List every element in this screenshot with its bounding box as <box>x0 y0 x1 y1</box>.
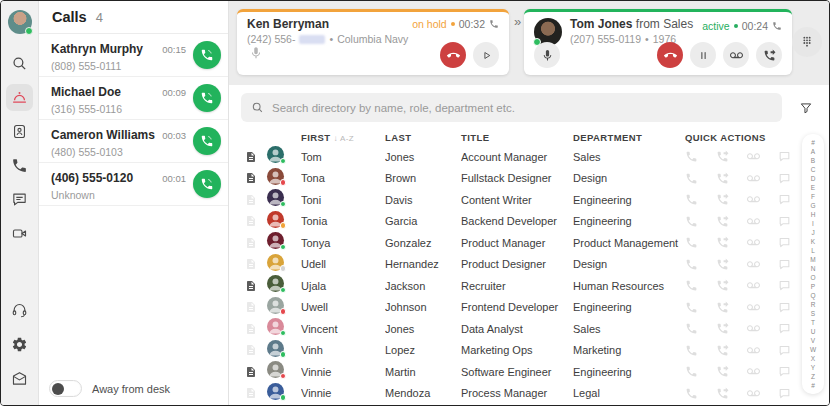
alpha-letter[interactable]: M <box>802 255 824 264</box>
mic-icon[interactable] <box>249 46 263 64</box>
transfer-action-icon[interactable] <box>716 172 729 185</box>
call-action-icon[interactable] <box>685 344 698 357</box>
phone-icon[interactable] <box>6 152 33 179</box>
voicemail-button[interactable] <box>723 42 749 68</box>
note-icon[interactable] <box>241 301 267 313</box>
chat-action-icon[interactable] <box>778 236 791 249</box>
transfer-action-icon[interactable] <box>716 236 729 249</box>
call-action-icon[interactable] <box>685 150 698 163</box>
table-row[interactable]: Vinnie Martin Software Engineer Engineer… <box>241 361 777 383</box>
incoming-call-row[interactable]: Cameron Williams (480) 555-0103 00:03 <box>39 120 228 163</box>
call-action-icon[interactable] <box>685 279 698 292</box>
voicemail-action-icon[interactable] <box>747 322 760 335</box>
call-card-active[interactable]: Tom Jones from Sales (207) 555-0119 • 19… <box>524 9 792 75</box>
incoming-call-row[interactable]: Michael Doe (316) 555-0116 00:09 <box>39 77 228 120</box>
alpha-letter[interactable]: F <box>802 192 824 201</box>
note-icon[interactable] <box>241 215 267 227</box>
table-row[interactable]: Tona Brown Fullstack Designer Design <box>241 168 777 190</box>
alpha-letter[interactable]: Z <box>802 372 824 381</box>
chat-action-icon[interactable] <box>778 301 791 314</box>
alpha-letter[interactable]: W <box>802 345 824 354</box>
alpha-letter[interactable]: N <box>802 264 824 273</box>
alpha-letter[interactable]: B <box>802 156 824 165</box>
table-row[interactable]: Tonia Garcia Backend Developer Engineeri… <box>241 211 777 233</box>
directory-search[interactable] <box>241 93 782 122</box>
voicemail-action-icon[interactable] <box>747 215 760 228</box>
away-from-desk-toggle[interactable] <box>49 380 82 397</box>
transfer-call-button[interactable] <box>756 42 782 68</box>
transfer-action-icon[interactable] <box>716 193 729 206</box>
chat-action-icon[interactable] <box>778 387 791 400</box>
voicemail-action-icon[interactable] <box>747 387 760 400</box>
call-card-on-hold[interactable]: Ken Berryman on hold 00:32 (242) 556- • … <box>237 9 509 75</box>
alpha-letter[interactable]: # <box>802 381 824 390</box>
alpha-letter[interactable]: R <box>802 300 824 309</box>
call-action-icon[interactable] <box>685 387 698 400</box>
table-row[interactable]: Vinh Lopez Marketing Ops Marketing <box>241 340 777 362</box>
column-last[interactable]: LAST <box>385 132 461 143</box>
hang-up-button[interactable] <box>657 42 683 68</box>
transfer-action-icon[interactable] <box>716 215 729 228</box>
note-icon[interactable] <box>241 151 267 163</box>
dialpad-button[interactable] <box>792 27 822 57</box>
alpha-letter[interactable]: I <box>802 219 824 228</box>
transfer-action-icon[interactable] <box>716 258 729 271</box>
voicemail-action-icon[interactable] <box>747 301 760 314</box>
chat-action-icon[interactable] <box>778 193 791 206</box>
column-department[interactable]: DEPARTMENT <box>573 132 685 143</box>
column-first[interactable]: FIRST↓ A-Z <box>301 132 385 143</box>
transfer-action-icon[interactable] <box>716 150 729 163</box>
alpha-letter[interactable]: P <box>802 282 824 291</box>
transfer-action-icon[interactable] <box>716 365 729 378</box>
alpha-letter[interactable]: E <box>802 183 824 192</box>
voicemail-action-icon[interactable] <box>747 258 760 271</box>
contacts-icon[interactable] <box>6 118 33 145</box>
call-action-icon[interactable] <box>685 215 698 228</box>
voicemail-action-icon[interactable] <box>747 365 760 378</box>
voicemail-action-icon[interactable] <box>747 344 760 357</box>
chat-action-icon[interactable] <box>778 172 791 185</box>
answer-call-button[interactable] <box>193 170 221 198</box>
answer-call-button[interactable] <box>193 127 221 155</box>
alpha-letter[interactable]: L <box>802 246 824 255</box>
note-icon[interactable] <box>241 344 267 356</box>
incoming-call-row[interactable]: Kathryn Murphy (808) 555-0111 00:15 <box>39 34 228 77</box>
transfer-action-icon[interactable] <box>716 322 729 335</box>
inbox-icon[interactable] <box>6 365 33 392</box>
mute-button[interactable] <box>534 42 560 68</box>
table-row[interactable]: Tom Jones Account Manager Sales <box>241 146 777 168</box>
headset-icon[interactable] <box>6 297 33 324</box>
chat-action-icon[interactable] <box>778 279 791 292</box>
note-icon[interactable] <box>241 387 267 399</box>
hang-up-button[interactable] <box>440 42 466 68</box>
user-avatar[interactable] <box>8 10 32 34</box>
table-row[interactable]: Tonya Gonzalez Product Manager Product M… <box>241 232 777 254</box>
transfer-action-icon[interactable] <box>716 387 729 400</box>
voicemail-action-icon[interactable] <box>747 279 760 292</box>
alpha-letter[interactable]: G <box>802 201 824 210</box>
note-icon[interactable] <box>241 194 267 206</box>
alpha-letter[interactable]: S <box>802 309 824 318</box>
calls-bell-icon[interactable] <box>6 84 33 111</box>
chat-action-icon[interactable] <box>778 215 791 228</box>
table-row[interactable]: Vinnie Mendoza Process Manager Legal <box>241 383 777 405</box>
transfer-action-icon[interactable] <box>716 301 729 314</box>
alpha-letter[interactable]: Q <box>802 291 824 300</box>
alpha-letter[interactable]: J <box>802 228 824 237</box>
alpha-letter[interactable]: X <box>802 354 824 363</box>
call-action-icon[interactable] <box>685 322 698 335</box>
voicemail-action-icon[interactable] <box>747 172 760 185</box>
alpha-letter[interactable]: # <box>802 138 824 147</box>
answer-call-button[interactable] <box>193 84 221 112</box>
alpha-letter[interactable]: T <box>802 318 824 327</box>
column-title[interactable]: TITLE <box>461 132 573 143</box>
call-action-icon[interactable] <box>685 258 698 271</box>
note-icon[interactable] <box>241 258 267 270</box>
alpha-letter[interactable]: D <box>802 174 824 183</box>
alpha-letter[interactable]: Y <box>802 363 824 372</box>
note-icon[interactable] <box>241 366 267 378</box>
hold-button[interactable] <box>690 42 716 68</box>
transfer-action-icon[interactable] <box>716 279 729 292</box>
voicemail-action-icon[interactable] <box>747 193 760 206</box>
alpha-letter[interactable]: U <box>802 327 824 336</box>
